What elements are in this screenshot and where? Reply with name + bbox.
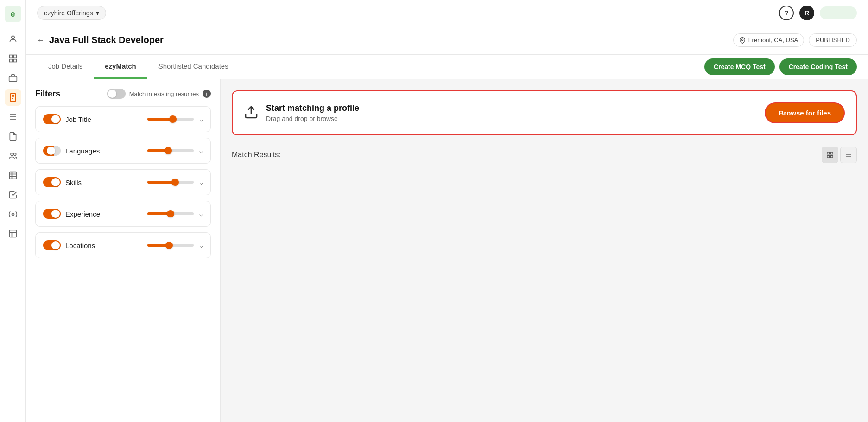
filter-row: Job Title ⌵: [43, 114, 203, 124]
match-toggle-area: Match in existing resumes i: [107, 89, 211, 99]
browse-files-button[interactable]: Browse for files: [765, 102, 845, 123]
upload-icon: [244, 105, 259, 121]
location-text: Fremont, CA, USA: [748, 37, 798, 44]
avatar[interactable]: R: [799, 6, 814, 20]
svg-point-0: [11, 36, 14, 39]
help-icon: ?: [785, 9, 789, 17]
main-content: Start matching a profile Drag and drop o…: [221, 79, 868, 422]
filter-item-experience: Experience ⌵: [35, 201, 211, 227]
page-header: ← Java Full Stack Developer Fremont, CA,…: [26, 26, 868, 55]
svg-rect-5: [9, 76, 17, 82]
filter-name-job-title: Job Title: [65, 115, 91, 123]
filter-name-skills: Skills: [65, 179, 82, 186]
filter-expand-locations[interactable]: ⌵: [199, 242, 203, 249]
location-icon: [739, 37, 746, 44]
app-logo[interactable]: e: [5, 6, 21, 22]
sidebar-item-clipboard[interactable]: [5, 89, 21, 106]
filter-item-languages: Languages ⌵: [35, 138, 211, 164]
view-toggle: [822, 147, 857, 163]
icon-bar: e: [0, 0, 26, 422]
filter-slider-locations[interactable]: [147, 244, 194, 247]
main-area: ezyhire Offerings ▾ ? R ← Java Full Stac…: [26, 0, 868, 422]
sidebar-item-people[interactable]: [5, 31, 21, 47]
filter-slider-languages[interactable]: [147, 149, 194, 152]
sidebar-item-profile[interactable]: [5, 206, 21, 223]
list-view-button[interactable]: [840, 147, 857, 163]
filters-title: Filters: [35, 89, 60, 99]
svg-point-11: [13, 153, 16, 155]
tab-job-details[interactable]: Job Details: [37, 55, 94, 79]
tabs: Job Details ezyMatch Shortlisted Candida…: [37, 55, 240, 79]
filter-right: ⌵: [147, 115, 203, 123]
filter-toggle-skills[interactable]: [43, 177, 61, 187]
sidebar-item-document[interactable]: [5, 128, 21, 145]
filter-toggle-languages[interactable]: [43, 146, 61, 156]
filter-right: ⌵: [147, 242, 203, 249]
sidebar-item-list[interactable]: [5, 109, 21, 125]
top-nav-left: ezyhire Offerings ▾: [37, 6, 106, 20]
grid-view-button[interactable]: [822, 147, 838, 163]
filters-header: Filters Match in existing resumes i: [35, 89, 211, 99]
filter-toggle-job-title[interactable]: [43, 114, 61, 124]
svg-rect-17: [9, 230, 16, 237]
svg-rect-4: [13, 59, 16, 62]
svg-point-18: [741, 39, 743, 41]
filter-left: Languages: [43, 146, 100, 156]
svg-rect-22: [827, 155, 830, 158]
create-coding-button[interactable]: Create Coding Test: [779, 58, 857, 75]
svg-rect-21: [830, 152, 833, 154]
filter-expand-experience[interactable]: ⌵: [199, 210, 203, 217]
filter-slider-experience[interactable]: [147, 212, 194, 215]
location-badge: Fremont, CA, USA: [733, 33, 805, 47]
sidebar-item-layout[interactable]: [5, 225, 21, 242]
filter-right: ⌵: [147, 210, 203, 217]
back-button[interactable]: ←: [37, 36, 44, 45]
create-mcq-button[interactable]: Create MCQ Test: [704, 58, 775, 75]
page-header-right: Fremont, CA, USA PUBLISHED: [733, 33, 857, 47]
help-button[interactable]: ?: [779, 6, 794, 20]
page-header-left: ← Java Full Stack Developer: [37, 35, 164, 45]
page-title: Java Full Stack Developer: [49, 35, 164, 45]
tab-ezymatch[interactable]: ezyMatch: [94, 55, 147, 79]
svg-rect-1: [9, 55, 12, 58]
svg-point-16: [12, 213, 14, 216]
filter-row: Languages ⌵: [43, 146, 203, 156]
sidebar-item-grid[interactable]: [5, 50, 21, 67]
brand-name: ezyhire Offerings: [44, 9, 93, 17]
filter-expand-job-title[interactable]: ⌵: [199, 115, 203, 123]
account-status-bar: [820, 6, 857, 19]
sidebar-item-users[interactable]: [5, 147, 21, 164]
svg-rect-12: [9, 172, 16, 179]
tabs-bar: Job Details ezyMatch Shortlisted Candida…: [26, 55, 868, 79]
filter-row: Locations ⌵: [43, 240, 203, 250]
info-icon[interactable]: i: [203, 90, 211, 98]
upload-left: Start matching a profile Drag and drop o…: [244, 103, 359, 122]
filter-toggle-locations[interactable]: [43, 240, 61, 250]
filter-row: Skills ⌵: [43, 177, 203, 187]
filter-name-languages: Languages: [65, 147, 100, 155]
svg-rect-23: [830, 155, 833, 158]
filter-toggle-experience[interactable]: [43, 209, 61, 219]
filter-name-locations: Locations: [65, 242, 95, 249]
top-nav-right: ? R: [779, 6, 857, 20]
filter-name-experience: Experience: [65, 210, 100, 218]
filter-item-job-title: Job Title ⌵: [35, 106, 211, 132]
sidebar-item-briefcase[interactable]: [5, 70, 21, 86]
sidebar-item-checklist[interactable]: [5, 186, 21, 203]
brand-button[interactable]: ezyhire Offerings ▾: [37, 6, 106, 20]
filter-left: Job Title: [43, 114, 91, 124]
filter-item-locations: Locations ⌵: [35, 232, 211, 258]
tab-shortlisted[interactable]: Shortlisted Candidates: [147, 55, 240, 79]
sidebar-item-table[interactable]: [5, 167, 21, 184]
upload-area: Start matching a profile Drag and drop o…: [232, 90, 857, 135]
filter-right: ⌵: [147, 179, 203, 186]
match-toggle[interactable]: [107, 89, 126, 99]
filter-slider-job-title[interactable]: [147, 118, 194, 121]
dropdown-icon: ▾: [96, 9, 99, 17]
top-nav: ezyhire Offerings ▾ ? R: [26, 0, 868, 26]
filter-expand-languages[interactable]: ⌵: [199, 147, 203, 154]
filter-slider-skills[interactable]: [147, 181, 194, 184]
filter-expand-skills[interactable]: ⌵: [199, 179, 203, 186]
upload-text: Start matching a profile Drag and drop o…: [266, 103, 359, 122]
filter-left: Locations: [43, 240, 95, 250]
